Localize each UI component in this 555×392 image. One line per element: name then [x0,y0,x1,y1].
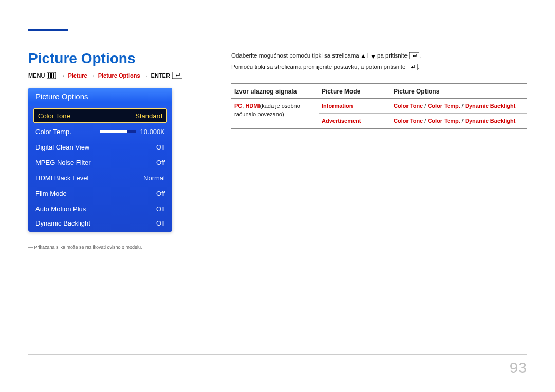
osd-value: Normal [143,174,165,182]
breadcrumb-enter: ENTER [151,72,170,79]
opt-c: Dynamic Backlight [465,103,515,109]
osd-label: Auto Motion Plus [35,205,86,213]
osd-row-auto-motion-plus[interactable]: Auto Motion Plus Off [28,201,172,216]
intro-text: . [418,64,419,70]
osd-row-digital-clean-view[interactable]: Digital Clean View Off [28,139,172,155]
osd-label: Film Mode [35,190,67,197]
footer-rule [28,354,527,355]
osd-label: Color Tone [38,112,70,120]
osd-value: Off [156,159,165,166]
osd-slider[interactable] [100,130,136,133]
osd-value: Off [156,143,165,151]
osd-panel: Picture Options Color Tone Standard Colo… [28,88,172,232]
svg-rect-3 [53,73,54,78]
intro-text: . [419,52,421,59]
osd-row-film-mode[interactable]: Film Mode Off [28,185,172,201]
intro-line-1: Odaberite mogućnost pomoću tipki sa stre… [231,50,527,62]
svg-rect-2 [50,73,52,78]
osd-value: Off [156,219,165,227]
td-mode: Advertisement [319,114,391,129]
intro-text: i [366,52,371,59]
header-rule [69,31,527,31]
breadcrumb-menu: MENU [28,72,45,79]
intro-text: Pomoću tipki sa strelicama promijenite p… [231,64,408,70]
breadcrumb-arrow-icon: → [60,72,65,79]
osd-label: Digital Clean View [35,143,89,151]
breadcrumb-picture: Picture [68,72,87,79]
td-mode: Information [319,98,391,114]
opt-b: Color Temp. [428,103,460,109]
footnote-rule [28,241,203,241]
opt-b: Color Temp. [428,118,460,124]
breadcrumb: MENU → Picture → Picture Options → ENTER [28,72,203,79]
osd-value: Off [156,205,165,213]
osd-header: Picture Options [28,88,172,106]
arrow-up-icon [361,52,366,59]
svg-rect-1 [48,73,49,78]
osd-row-color-tone[interactable]: Color Tone Standard [33,108,167,123]
osd-label: Dynamic Backlight [35,219,90,227]
osd-row-hdmi-black-level[interactable]: HDMI Black Level Normal [28,170,172,185]
footnote-text: Prikazana slika može se razlikovati ovis… [34,245,142,250]
arrow-down-icon [371,52,376,59]
th-mode: Picture Mode [319,83,391,98]
source-hdmi: HDMI [245,103,260,109]
osd-value: Standard [135,112,162,120]
header-accent [28,29,68,31]
enter-icon [409,52,419,59]
enter-icon [172,72,182,79]
opt-c: Dynamic Backlight [465,118,515,124]
page-number: 93 [510,359,527,377]
th-source: Izvor ulaznog signala [231,83,319,98]
enter-icon [408,64,418,70]
osd-label: Color Temp. [35,128,71,136]
menu-grid-icon [47,72,56,79]
td-options: Color Tone / Color Temp. / Dynamic Backl… [391,114,527,129]
intro-text: pa pritisnite [376,52,409,59]
th-options: Picture Options [391,83,527,98]
page-title: Picture Options [28,50,203,67]
osd-row-color-temp[interactable]: Color Temp. 10.000K [28,124,172,139]
footnote: ― Prikazana slika može se razlikovati ov… [28,245,203,250]
osd-label: HDMI Black Level [35,174,88,182]
opt-a: Color Tone [394,118,423,124]
opt-a: Color Tone [394,103,423,109]
intro-line-2: Pomoću tipki sa strelicama promijenite p… [231,62,527,73]
td-source: PC, HDMI(kada je osobno računalo povezan… [231,98,319,128]
mode-information: Information [322,103,353,109]
mode-advertisement: Advertisement [322,118,361,124]
osd-value: Off [156,190,165,197]
compatibility-table: Izvor ulaznog signala Picture Mode Pictu… [231,83,527,129]
osd-label: MPEG Noise Filter [35,159,91,166]
td-options: Color Tone / Color Temp. / Dynamic Backl… [391,98,527,114]
breadcrumb-picture-options: Picture Options [98,72,140,79]
osd-value: 10.000K [140,128,165,136]
breadcrumb-arrow-icon: → [90,72,96,79]
intro-text: Odaberite mogućnost pomoću tipki sa stre… [231,52,361,59]
osd-row-dynamic-backlight[interactable]: Dynamic Backlight Off [28,216,172,232]
breadcrumb-arrow-icon: → [143,72,149,79]
source-pc: PC [234,103,242,109]
osd-row-mpeg-noise-filter[interactable]: MPEG Noise Filter Off [28,155,172,170]
